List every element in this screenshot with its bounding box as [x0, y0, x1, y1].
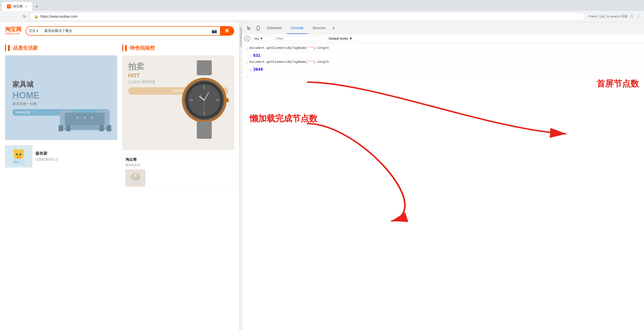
svg-point-16: [20, 154, 21, 155]
page-scrollbar-thumb[interactable]: [240, 27, 242, 47]
bi1-desc: 脑洞创意坊: [126, 163, 231, 167]
card1-text: 极有家 过我想要的生活: [36, 151, 58, 162]
url-text: https://www.taobao.com: [40, 14, 78, 18]
svg-rect-32: [197, 121, 212, 139]
svg-point-12: [13, 149, 18, 154]
annotation-arrows: [242, 43, 644, 330]
back-button[interactable]: ←: [3, 13, 10, 20]
console-entry-2: › document.getElementsByTagName('*').len…: [242, 59, 644, 66]
console-entry-1: › document.getElementsByTagName('*').len…: [242, 45, 644, 52]
tab-title: 淘宝网: [13, 4, 23, 9]
tab-sources[interactable]: Sources: [308, 22, 329, 34]
svg-point-14: [17, 155, 21, 159]
tab-elements[interactable]: Elements: [263, 22, 286, 34]
annotation-layer: 首屏节点数 懒加载完成节点数: [242, 43, 644, 330]
browser-chrome: 淘 淘宝网 ✕ + ← → ↻ 🔒 https://www.taobao.com…: [0, 0, 644, 22]
svg-text:Ω: Ω: [200, 95, 202, 98]
svg-rect-5: [66, 125, 70, 131]
home-banner: 家具城 HOME 家具装饰一站购 SANA日本: [5, 55, 117, 140]
tab-more-icon[interactable]: »: [330, 25, 337, 31]
svg-rect-36: [132, 180, 139, 184]
banner-title: 家具城: [12, 80, 110, 89]
bottom-item-1: 淘众筹 脑洞创意坊: [122, 154, 234, 190]
menu-icon[interactable]: ⋮: [636, 13, 641, 19]
mobile-tool-icon[interactable]: [254, 24, 262, 32]
small-card-1: 熊宝贝 极有家 过我想要的生活: [5, 145, 117, 167]
search-category-selector[interactable]: 宝贝 ▾: [26, 27, 42, 35]
star-icon[interactable]: ☆: [630, 13, 634, 19]
address-field[interactable]: 🔒 https://www.taobao.com: [30, 12, 585, 20]
entry2-expand-icon[interactable]: ›: [246, 61, 247, 64]
tab-bar: 淘 淘宝网 ✕ +: [0, 0, 644, 11]
svg-point-15: [16, 154, 18, 155]
tab-close-icon[interactable]: ✕: [25, 5, 27, 8]
levels-chevron-icon: ▼: [349, 37, 352, 40]
browser-right-icons: Press tab to search 天猫 ☆ ⋮: [589, 13, 641, 19]
search-bar: 宝贝 ▾ 📷 搜: [26, 26, 234, 36]
forward-button[interactable]: →: [12, 13, 19, 20]
cursor-tool-icon[interactable]: [245, 24, 253, 32]
active-tab[interactable]: 淘 淘宝网 ✕: [2, 2, 32, 11]
sofa-image: [57, 100, 112, 135]
svg-point-8: [76, 117, 78, 118]
card1-title: 极有家: [36, 151, 58, 156]
devtools-tabs: Elements Console Sources »: [242, 22, 644, 34]
entry2-value: 3049: [253, 67, 263, 72]
taobao-header: 淘宝网 Taobao.com 宝贝 ▾ 📷 搜: [0, 22, 239, 40]
search-button[interactable]: 搜: [220, 27, 234, 35]
new-tab-button[interactable]: +: [33, 3, 40, 10]
logo-top: 淘宝网: [5, 27, 22, 32]
refresh-button[interactable]: ↻: [21, 13, 28, 20]
svg-rect-4: [58, 125, 63, 131]
filter-input[interactable]: [274, 36, 324, 41]
search-hint: Press tab to search 天猫: [589, 14, 628, 19]
console-entry-1-result: ‹ 831: [242, 52, 644, 59]
bi1-title: 淘众筹: [126, 157, 231, 162]
logo-bottom: Taobao.com: [5, 32, 22, 35]
entry2-code: document.getElementsByTagName('*').lengt…: [249, 60, 329, 64]
console-toolbar: ⊘ top ▼ Default levels ▼: [242, 34, 644, 43]
card1-image: 熊宝贝: [5, 145, 32, 167]
prompt-icon: ›: [246, 75, 247, 78]
watch-image: Ω: [179, 60, 229, 145]
svg-point-37: [134, 174, 137, 177]
tab-console[interactable]: Console: [286, 22, 307, 34]
svg-rect-31: [225, 98, 229, 102]
svg-text:熊宝贝: 熊宝贝: [14, 161, 19, 163]
console-content: › document.getElementsByTagName('*').len…: [242, 43, 644, 330]
svg-point-13: [19, 149, 24, 154]
devtools-panel: Elements Console Sources » ⊘ top ▼ Defau…: [242, 22, 644, 330]
clear-console-button[interactable]: ⊘: [244, 36, 250, 42]
address-bar-row: ← → ↻ 🔒 https://www.taobao.com Press tab…: [0, 11, 644, 22]
section-left: ▌ 品质生活家 家具城 HOME 家具装饰一站购 SANA日本: [5, 45, 117, 190]
svg-point-39: [258, 29, 258, 30]
section2-title: ▌ 特色玩味控: [122, 45, 234, 51]
entry1-expand-icon[interactable]: ›: [246, 47, 247, 51]
banner-eng: HOME: [12, 90, 110, 101]
svg-rect-7: [107, 125, 111, 131]
page-scrollbar[interactable]: [240, 22, 242, 330]
card1-desc: 过我想要的生活: [36, 157, 58, 162]
svg-rect-6: [99, 125, 104, 131]
search-input[interactable]: [42, 29, 208, 33]
context-selector[interactable]: top ▼: [252, 36, 272, 41]
console-entry-2-result: ‹ 3049: [242, 66, 644, 73]
bi1-image: [126, 169, 146, 187]
section-right: ▌ 特色玩味控 拍卖 HOT 1元起拍 限时限量 立即抢满: [122, 45, 234, 190]
default-levels-selector[interactable]: Default levels ▼: [326, 36, 355, 41]
taobao-page: 淘宝网 Taobao.com 宝贝 ▾ 📷 搜 ▌ 品质生活家 家具城: [0, 22, 240, 330]
bottom-items: 淘众筹 脑洞创意坊: [122, 154, 234, 190]
camera-icon[interactable]: 📷: [208, 28, 220, 34]
svg-point-9: [84, 117, 86, 118]
console-prompt[interactable]: ›: [242, 73, 644, 80]
entry2-result-icon: ‹: [250, 68, 251, 71]
svg-point-10: [92, 117, 93, 118]
entry1-value: 831: [253, 53, 260, 58]
tab-favicon: 淘: [7, 4, 11, 8]
section1-title: ▌ 品质生活家: [5, 45, 117, 51]
svg-rect-3: [65, 113, 105, 125]
svg-rect-19: [197, 60, 212, 75]
entry1-code: document.getElementsByTagName('*').lengt…: [249, 46, 329, 50]
main-area: 淘宝网 Taobao.com 宝贝 ▾ 📷 搜 ▌ 品质生活家 家具城: [0, 22, 644, 330]
taobao-content: ▌ 品质生活家 家具城 HOME 家具装饰一站购 SANA日本: [0, 40, 239, 195]
